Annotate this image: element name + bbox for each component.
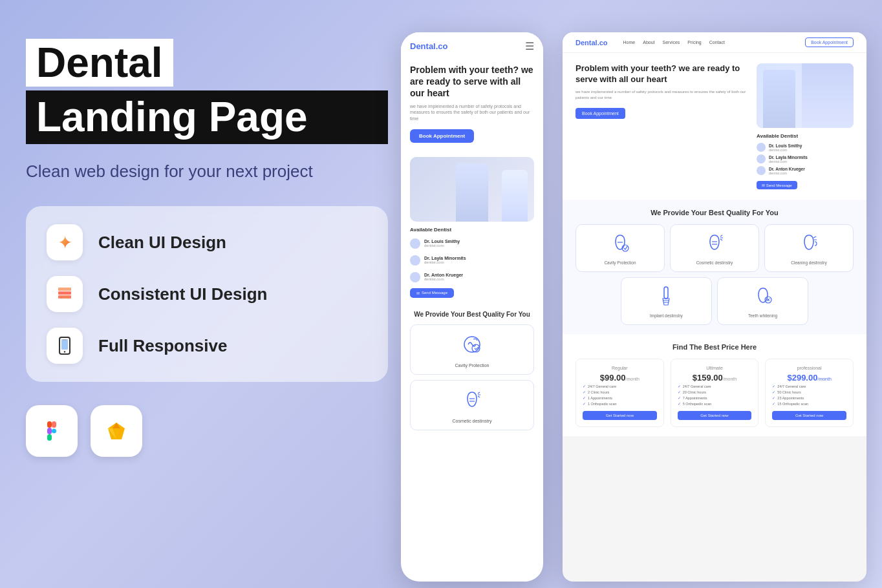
desk-doctor-1: Dr. Louis Smithy dentist.com bbox=[757, 143, 854, 152]
desktop-mockup: Dental.co Home About Services Pricing Co… bbox=[563, 32, 866, 582]
desk-doctor-3: Dr. Anton Krueger dentist.com bbox=[757, 166, 854, 175]
left-panel: Dental Landing Page Clean web design for… bbox=[26, 39, 388, 457]
desk-nav-home[interactable]: Home bbox=[623, 40, 636, 45]
desk-services-grid: Cavity Protection Cosmetic destinstry bbox=[575, 224, 854, 272]
desk-msg-button[interactable]: ✉ Send Message bbox=[757, 181, 797, 189]
desk-services-row2: Implant destinstry Teeth whitening bbox=[621, 277, 808, 325]
desk-services-title: We Provide Your Best Quality For You bbox=[575, 209, 854, 216]
mob-menu-icon[interactable]: ☰ bbox=[525, 40, 534, 52]
desk-available-title: Available Dentist bbox=[757, 133, 854, 139]
mob-service-icon-cosmetic bbox=[417, 387, 527, 416]
mob-logo-dental: Dental bbox=[410, 41, 436, 51]
feature-clean-ui: ✦ Clean UI Design bbox=[47, 224, 367, 260]
mob-hero-title: Problem with your teeth? we are ready to… bbox=[410, 64, 534, 100]
desk-hero-cta[interactable]: Book Appointment bbox=[575, 108, 625, 119]
desk-pricing-btn-professional[interactable]: Get Started now bbox=[772, 411, 846, 420]
mob-doctor-name-1: Dr. Louis Smithy bbox=[424, 239, 534, 244]
desk-logo-accent: .co bbox=[597, 39, 608, 47]
desk-service-icon-cavity bbox=[581, 231, 659, 258]
mob-avatar-3 bbox=[410, 272, 420, 282]
svg-rect-2 bbox=[58, 288, 71, 291]
mob-logo: Dental.co bbox=[410, 41, 448, 51]
desk-pricing-professional: professional $299.00/month 24/7 General … bbox=[765, 359, 854, 427]
msg-icon: ✉ bbox=[416, 291, 420, 295]
desk-hero-figure2 bbox=[763, 70, 795, 128]
desk-hero-right: Available Dentist Dr. Louis Smithy denti… bbox=[757, 63, 854, 189]
svg-rect-10 bbox=[47, 434, 52, 441]
desk-service-label-cosmetic: Cosmetic destinstry bbox=[676, 260, 753, 265]
desk-service-cleaning: Cleaning destinstry bbox=[764, 224, 854, 272]
mob-header: Dental.co ☰ bbox=[401, 32, 543, 58]
subtitle: Clean web design for your next project bbox=[26, 160, 388, 183]
desk-pricing-btn-ultimate[interactable]: Get Started now bbox=[678, 411, 752, 420]
desk-doctor-role-3: dentist.com bbox=[769, 171, 805, 175]
desk-pricing-title: Find The Best Price Here bbox=[575, 343, 854, 351]
desk-logo-dental: Dental bbox=[575, 39, 597, 47]
mob-avatar-2 bbox=[410, 255, 420, 266]
svg-rect-0 bbox=[58, 295, 71, 299]
desk-service-label-implant: Implant destinstry bbox=[627, 313, 706, 318]
mob-doctor-role-1: dentist.com bbox=[424, 244, 534, 247]
desk-avatar-3 bbox=[757, 166, 766, 175]
desk-doctor-info-2: Dr. Layla Minormits dentist.com bbox=[769, 155, 808, 163]
desk-feature-ultimate-4: 5 Orthopedic scan bbox=[678, 401, 752, 406]
mob-hero-desc: we have implemented a number of safety p… bbox=[410, 103, 534, 122]
svg-rect-7 bbox=[47, 421, 52, 428]
desk-doctor-role-2: dentist.com bbox=[769, 160, 808, 163]
mob-service-icon-cavity bbox=[417, 331, 527, 361]
mob-service-cavity: Cavity Protection bbox=[410, 324, 534, 375]
desk-feature-pro-2: 50 Clinic hours bbox=[772, 390, 846, 394]
mob-service-label-cosmetic: Cosmetic destinstry bbox=[417, 419, 527, 423]
desk-services-section: We Provide Your Best Quality For You Cav… bbox=[563, 200, 866, 334]
desk-service-cosmetic: Cosmetic destinstry bbox=[670, 224, 759, 272]
mobile-mockup: Dental.co ☰ Problem with your teeth? we … bbox=[401, 32, 543, 582]
desk-hero-figure bbox=[802, 63, 854, 128]
svg-rect-9 bbox=[47, 428, 52, 434]
desk-pricing-ultimate: Ultimate $159.00/month 24/7 General care… bbox=[671, 359, 759, 427]
desk-doctor-name-1: Dr. Louis Smithy bbox=[769, 143, 802, 148]
mob-service-cosmetic: Cosmetic destinstry bbox=[410, 380, 534, 430]
mob-hero: Problem with your teeth? we are ready to… bbox=[401, 58, 543, 157]
mob-dentist-image bbox=[410, 157, 534, 222]
svg-rect-4 bbox=[61, 339, 68, 350]
mob-cta-button[interactable]: Book Appointment bbox=[410, 129, 474, 143]
features-card: ✦ Clean UI Design Consistent UI Design bbox=[26, 206, 388, 382]
desk-service-icon-implant bbox=[627, 284, 706, 311]
mob-doctor-info-2: Dr. Layla Minormits dentist.com bbox=[424, 256, 534, 264]
mob-dentist-figure2 bbox=[502, 170, 528, 222]
desk-nav-contact[interactable]: Contact bbox=[709, 40, 725, 45]
mob-dentist-figure bbox=[456, 163, 488, 222]
desk-service-whitening: Teeth whitening bbox=[717, 277, 808, 325]
desk-avatar-1 bbox=[757, 143, 766, 152]
desk-feature-ultimate-1: 24/7 General care bbox=[678, 384, 752, 388]
feature-label-responsive: Full Responsive bbox=[98, 336, 227, 356]
sparkle-icon: ✦ bbox=[47, 224, 83, 260]
desk-feature-regular-4: 1 Orthopedic scan bbox=[583, 401, 657, 406]
desk-doctor-name-3: Dr. Anton Krueger bbox=[769, 167, 805, 171]
mob-msg-button[interactable]: ✉ Send Message bbox=[410, 288, 454, 298]
mob-services: We Provide Your Best Quality For You Cav… bbox=[401, 304, 543, 442]
desk-nav-pricing[interactable]: Pricing bbox=[687, 40, 701, 45]
mob-doctor-role-2: dentist.com bbox=[424, 260, 534, 264]
desk-doctor-name-2: Dr. Layla Minormits bbox=[769, 155, 808, 160]
desk-pricing-btn-regular[interactable]: Get Started now bbox=[583, 411, 657, 420]
desk-doctor-2: Dr. Layla Minormits dentist.com bbox=[757, 154, 854, 163]
desk-nav-services[interactable]: Services bbox=[663, 40, 680, 45]
mob-logo-accent: .co bbox=[436, 41, 448, 51]
desk-nav-cta[interactable]: Book Appointment bbox=[805, 37, 854, 47]
title-block: Dental Landing Page bbox=[26, 39, 388, 144]
mob-dentist-section: Available Dentist Dr. Louis Smithy denti… bbox=[401, 157, 543, 304]
desk-nav-about[interactable]: About bbox=[643, 40, 654, 45]
desk-price-professional: $299.00/month bbox=[772, 373, 846, 383]
desk-hero-image bbox=[757, 63, 854, 128]
desk-feature-regular-1: 24/7 General care bbox=[583, 384, 657, 388]
desk-feature-ultimate-2: 20 Clinic hours bbox=[678, 390, 752, 394]
desk-pricing-regular: Regular $99.00/month 24/7 General care 2… bbox=[575, 359, 664, 427]
desk-service-cavity: Cavity Protection bbox=[575, 224, 665, 272]
desk-plan-ultimate: Ultimate bbox=[678, 366, 752, 370]
mob-service-label-cavity: Cavity Protection bbox=[417, 363, 527, 368]
desk-feature-regular-3: 1 Appointments bbox=[583, 395, 657, 400]
title-landing: Landing Page bbox=[26, 90, 388, 143]
desk-feature-ultimate-3: 7 Appointments bbox=[678, 395, 752, 400]
tools-row bbox=[26, 405, 388, 457]
